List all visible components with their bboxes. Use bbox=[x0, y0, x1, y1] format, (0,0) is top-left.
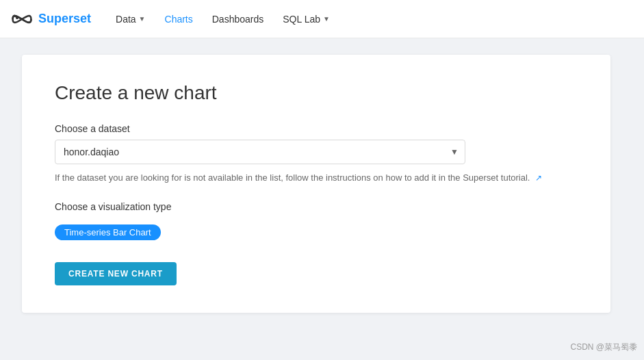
main-content: Create a new chart Choose a dataset hono… bbox=[0, 38, 644, 329]
dataset-section: Choose a dataset honor.daqiao ▼ If the d… bbox=[55, 123, 578, 185]
page-title: Create a new chart bbox=[55, 82, 578, 104]
nav-item-data[interactable]: Data ▼ bbox=[107, 10, 153, 29]
dataset-select-wrapper: honor.daqiao ▼ bbox=[55, 140, 465, 164]
dataset-select[interactable]: honor.daqiao bbox=[55, 140, 465, 164]
sqllab-dropdown-icon: ▼ bbox=[323, 15, 330, 23]
dataset-label: Choose a dataset bbox=[55, 123, 578, 134]
watermark: CSDN @菜马蜀黍 bbox=[570, 342, 637, 353]
viz-type-badge[interactable]: Time-series Bar Chart bbox=[55, 224, 161, 240]
external-link-icon: ↗ bbox=[535, 173, 542, 183]
create-chart-card: Create a new chart Choose a dataset hono… bbox=[22, 55, 610, 313]
dataset-hint: If the dataset you are looking for is no… bbox=[55, 171, 578, 185]
viz-label: Choose a visualization type bbox=[55, 201, 578, 212]
navbar: Superset Data ▼ Charts Dashboards SQL La… bbox=[0, 0, 644, 38]
nav-item-sqllab[interactable]: SQL Lab ▼ bbox=[274, 10, 338, 29]
data-dropdown-icon: ▼ bbox=[139, 15, 146, 23]
tutorial-link[interactable]: ↗ bbox=[535, 172, 542, 183]
brand-logo[interactable]: Superset bbox=[11, 12, 91, 27]
nav-item-dashboards[interactable]: Dashboards bbox=[204, 10, 272, 29]
viz-section: Choose a visualization type Time-series … bbox=[55, 201, 578, 240]
create-chart-button[interactable]: CREATE NEW CHART bbox=[55, 262, 177, 285]
superset-logo-icon bbox=[11, 12, 33, 27]
nav-menu: Data ▼ Charts Dashboards SQL Lab ▼ bbox=[107, 10, 338, 29]
nav-item-charts[interactable]: Charts bbox=[157, 10, 201, 29]
brand-name: Superset bbox=[38, 12, 91, 26]
